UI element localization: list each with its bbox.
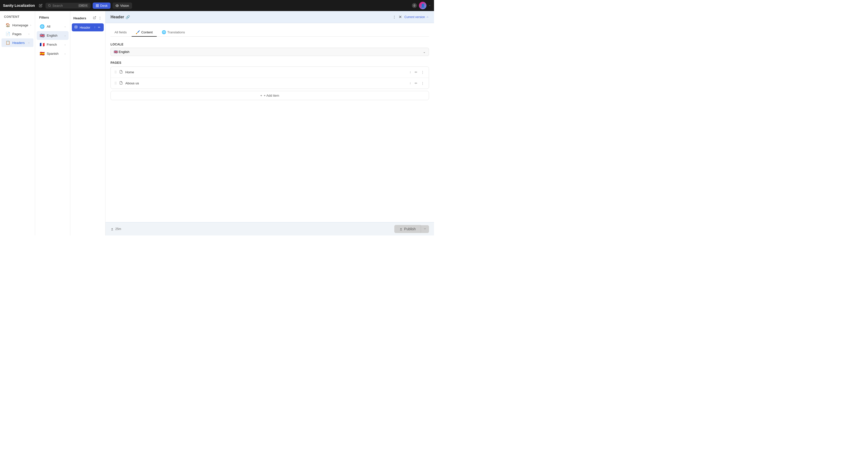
edit-icon [39, 4, 42, 7]
header-list-item-header[interactable]: Header ↑ ✏ [72, 23, 104, 31]
avatar-chevron-icon [429, 4, 431, 7]
french-flag-icon: 🇫🇷 [40, 42, 45, 47]
search-bar[interactable]: Search CMD K [45, 3, 91, 8]
chevron-down-icon [424, 227, 427, 230]
detail-close-btn[interactable]: ✕ [398, 14, 402, 20]
chevron-right-icon: › [65, 52, 66, 55]
locale-select[interactable]: 🇬🇧 English ⌄ [111, 48, 429, 56]
svg-rect-4 [97, 6, 98, 7]
more-options-icon-btn[interactable]: ⋮ [98, 15, 102, 21]
top-nav: Sanity Localization Search CMD K Desk Vi… [0, 0, 434, 11]
filter-english[interactable]: 🇬🇧 English › [37, 31, 68, 40]
chevron-right-icon: › [65, 34, 66, 37]
current-version-btn[interactable]: Current version [404, 15, 429, 19]
filter-spanish[interactable]: 🇪🇸 Spanish › [37, 49, 68, 58]
translations-tab-icon: 🌐 [162, 30, 166, 34]
header-item-upload-btn[interactable]: ↑ [93, 25, 96, 29]
headers-list-panel: Headers ⋮ Header ↑ ✏ [70, 11, 105, 236]
detail-tabs: All fields 🖌️ Content 🌐 Translations [111, 28, 429, 37]
pages-field-section: Pages ⠿ Home ↑ ✏ ⋮ [111, 61, 429, 100]
tab-translations[interactable]: 🌐 Translations [158, 28, 189, 37]
filter-french-label: French [47, 43, 57, 46]
desk-label: Desk [100, 4, 108, 7]
file-icon [119, 81, 123, 85]
chevron-right-icon: › [28, 41, 29, 44]
doc-icon [119, 81, 123, 85]
table-row: ⠿ Abous us ↑ ✏ ⋮ [111, 78, 429, 89]
detail-more-options-btn[interactable]: ⋮ [392, 14, 397, 20]
english-flag-icon: 🇬🇧 [40, 33, 45, 38]
page-name: Abous us [125, 81, 406, 85]
page-more-btn[interactable]: ⋮ [420, 81, 425, 86]
filter-french[interactable]: 🇫🇷 French › [37, 40, 68, 49]
chevron-right-icon: › [28, 32, 29, 35]
sidebar-item-headers-label: Headers [12, 41, 25, 45]
main-layout: Content 🏠 Homepage › 📄 Pages › 📋 Headers… [0, 11, 434, 236]
publish-upload-icon [399, 227, 403, 231]
chevron-up-icon [426, 15, 429, 19]
detail-header: Header 🔗 ⋮ ✕ Current version [105, 11, 434, 23]
page-item-actions: ↑ ✏ ⋮ [409, 81, 426, 86]
edit-icon-btn[interactable] [38, 3, 43, 8]
tab-all-fields[interactable]: All fields [111, 28, 131, 37]
file-icon [119, 70, 123, 74]
page-upload-btn[interactable]: ↑ [409, 81, 412, 86]
publish-dropdown-btn[interactable] [421, 225, 429, 233]
notification-badge[interactable]: 0 [412, 3, 417, 8]
header-item-actions: ↑ ✏ [93, 25, 101, 29]
sidebar-item-homepage[interactable]: 🏠 Homepage › [1, 21, 33, 29]
page-upload-btn[interactable]: ↑ [409, 70, 412, 74]
chevron-right-icon: › [65, 43, 66, 46]
desk-btn[interactable]: Desk [93, 2, 111, 9]
vision-label: Vision [120, 4, 129, 7]
page-edit-btn[interactable]: ✏ [414, 70, 418, 74]
chevron-right-icon: › [65, 25, 66, 28]
tab-translations-label: Translations [167, 30, 185, 34]
desk-icon [96, 4, 99, 7]
headers-panel-actions: ⋮ [92, 15, 102, 21]
sidebar-item-pages[interactable]: 📄 Pages › [1, 30, 33, 38]
document-icon [74, 25, 78, 29]
drag-handle-icon[interactable]: ⠿ [114, 81, 117, 85]
globe-flag-icon: 🌐 [40, 24, 45, 29]
doc-icon [119, 70, 123, 73]
publish-button[interactable]: Publish [394, 225, 421, 233]
table-row: ⠿ Home ↑ ✏ ⋮ [111, 67, 429, 78]
layout-icon [74, 25, 78, 29]
detail-header-actions: ⋮ ✕ [392, 14, 402, 20]
header-item-edit-btn[interactable]: ✏ [97, 25, 101, 29]
app-title: Sanity Localization [3, 3, 35, 7]
page-more-btn[interactable]: ⋮ [420, 70, 425, 74]
headers-icon: 📋 [5, 40, 10, 45]
tab-all-fields-label: All fields [115, 30, 127, 34]
headers-panel-header: Headers ⋮ [70, 14, 105, 23]
detail-title-text: Header [111, 15, 124, 19]
filter-all[interactable]: 🌐 All › [37, 22, 68, 31]
publish-label: Publish [404, 227, 416, 231]
page-edit-btn[interactable]: ✏ [414, 81, 418, 86]
publish-time: 25m [111, 227, 121, 231]
svg-point-6 [117, 5, 118, 6]
svg-rect-2 [96, 4, 97, 5]
vision-btn[interactable]: Vision [113, 2, 132, 9]
pages-list: ⠿ Home ↑ ✏ ⋮ ⠿ [111, 66, 429, 89]
avatar[interactable]: 👤 [419, 2, 427, 9]
svg-rect-5 [96, 6, 97, 7]
sidebar-item-headers[interactable]: 📋 Headers › [1, 38, 33, 47]
detail-footer: 25m Publish [105, 222, 434, 236]
add-item-button[interactable]: + + Add item [111, 91, 429, 100]
vision-icon [116, 4, 119, 7]
svg-rect-8 [75, 26, 78, 28]
svg-rect-3 [97, 4, 98, 5]
tab-content[interactable]: 🖌️ Content [132, 28, 157, 37]
detail-content: All fields 🖌️ Content 🌐 Translations Loc… [105, 23, 434, 222]
svg-line-1 [50, 6, 51, 6]
publish-time-value: 25m [115, 227, 121, 231]
current-version-label: Current version [404, 15, 425, 19]
external-link-icon-btn[interactable] [92, 15, 97, 21]
chevron-right-icon: › [30, 24, 31, 27]
search-placeholder: Search [53, 4, 63, 7]
avatar-area: 0 👤 [412, 2, 431, 9]
drag-handle-icon[interactable]: ⠿ [114, 70, 117, 74]
page-item-actions: ↑ ✏ ⋮ [409, 70, 426, 74]
